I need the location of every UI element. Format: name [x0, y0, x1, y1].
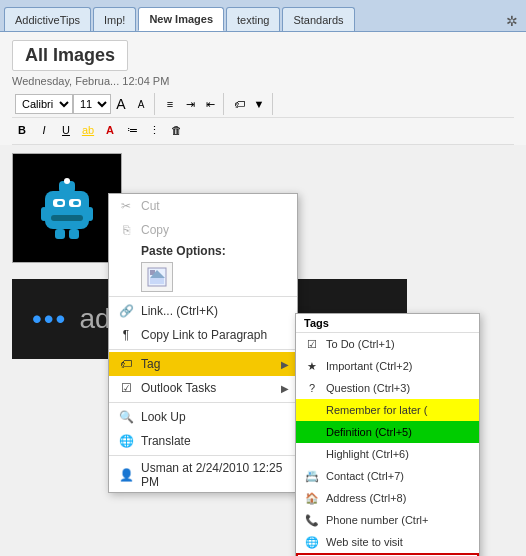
copy-icon: ⎘: [117, 221, 135, 239]
svg-rect-14: [150, 278, 164, 284]
todo-tag-item[interactable]: ☑ To Do (Ctrl+1): [296, 333, 479, 355]
svg-rect-9: [87, 207, 93, 221]
important-icon: ★: [304, 358, 320, 374]
svg-rect-8: [41, 207, 47, 221]
translate-menu-item[interactable]: 🌐 Translate: [109, 429, 297, 453]
toolbar-row1: Calibri 11 A A ≡ ⇥ ⇤ 🏷 ▼: [12, 91, 514, 118]
logo-dots: •••: [32, 303, 67, 335]
question-icon: ?: [304, 380, 320, 396]
tag-menu-icon: 🏷: [117, 355, 135, 373]
address-tag-item[interactable]: 🏠 Address (Ctrl+8): [296, 487, 479, 509]
svg-rect-3: [57, 201, 63, 205]
tab-texting[interactable]: texting: [226, 7, 280, 31]
robot-icon: [37, 173, 97, 243]
definition-tag-item[interactable]: Definition (Ctrl+5): [296, 421, 479, 443]
toolbar-row2: B I U ab A ≔ ⋮ 🗑: [12, 118, 514, 145]
align-list-btn[interactable]: ≡: [160, 94, 180, 114]
tab-new-images[interactable]: New Images: [138, 7, 224, 31]
svg-rect-4: [73, 201, 79, 205]
tab-standards[interactable]: Standards: [282, 7, 354, 31]
font-grow-btn[interactable]: A: [111, 94, 131, 114]
top-section: All Images Wednesday, Februa... 12:04 PM…: [0, 32, 526, 145]
contact-tag-item[interactable]: 📇 Contact (Ctrl+7): [296, 465, 479, 487]
clear-format-btn[interactable]: 🗑: [166, 120, 186, 140]
font-color-btn[interactable]: A: [100, 120, 120, 140]
highlight-color-btn[interactable]: ab: [78, 120, 98, 140]
separator-3: [109, 402, 297, 403]
svg-rect-10: [55, 229, 65, 239]
context-menu: ✂ Cut ⎘ Copy Paste Options: 🔗: [108, 193, 298, 493]
separator-1: [109, 296, 297, 297]
robot-image-panel: [12, 153, 122, 263]
cut-icon: ✂: [117, 197, 135, 215]
website-icon: 🌐: [304, 534, 320, 550]
svg-rect-0: [45, 191, 89, 229]
copy-menu-item[interactable]: ⎘ Copy: [109, 218, 297, 242]
separator-4: [109, 455, 297, 456]
more-btn[interactable]: ▼: [249, 94, 269, 114]
tag-menu-item[interactable]: 🏷 Tag ▶: [109, 352, 297, 376]
tab-addictive-tips[interactable]: AddictiveTips: [4, 7, 91, 31]
submenu-arrow: ▶: [281, 359, 289, 370]
tab-scroll-icon[interactable]: ✲: [502, 11, 522, 31]
todo-icon: ☑: [304, 336, 320, 352]
look-up-icon: 🔍: [117, 408, 135, 426]
font-group: Calibri 11 A A: [12, 93, 155, 115]
user-icon: 👤: [117, 466, 135, 484]
question-tag-item[interactable]: ? Question (Ctrl+3): [296, 377, 479, 399]
phone-tag-item[interactable]: 📞 Phone number (Ctrl+: [296, 509, 479, 531]
date-time: Wednesday, Februa... 12:04 PM: [12, 75, 514, 87]
underline-btn[interactable]: U: [56, 120, 76, 140]
highlight-tag-item[interactable]: Highlight (Ctrl+6): [296, 443, 479, 465]
address-icon: 🏠: [304, 490, 320, 506]
tab-bar: AddictiveTips Imp! New Images texting St…: [0, 0, 526, 32]
page-title: All Images: [12, 40, 128, 71]
separator-2: [109, 349, 297, 350]
outlook-arrow: ▶: [281, 383, 289, 394]
tag-flag-btn[interactable]: 🏷: [229, 94, 249, 114]
phone-icon: 📞: [304, 512, 320, 528]
indent-btn[interactable]: ⇥: [180, 94, 200, 114]
font-select[interactable]: Calibri: [15, 94, 73, 114]
outlook-tasks-menu-item[interactable]: ☑ Outlook Tasks ▶: [109, 376, 297, 400]
important-tag-item[interactable]: ★ Important (Ctrl+2): [296, 355, 479, 377]
svg-rect-5: [51, 215, 83, 221]
svg-rect-11: [69, 229, 79, 239]
size-select[interactable]: 11: [73, 94, 111, 114]
highlight-icon: [304, 446, 320, 462]
font-shrink-btn[interactable]: A: [131, 94, 151, 114]
bold-btn[interactable]: B: [12, 120, 32, 140]
link-menu-item[interactable]: 🔗 Link... (Ctrl+K): [109, 299, 297, 323]
website-tag-item[interactable]: 🌐 Web site to visit: [296, 531, 479, 553]
usman-menu-item[interactable]: 👤 Usman at 2/24/2010 12:25 PM: [109, 458, 297, 492]
ordered-list-btn[interactable]: ⋮: [144, 120, 164, 140]
definition-icon: [304, 424, 320, 440]
translate-icon: 🌐: [117, 432, 135, 450]
remember-icon: [304, 402, 320, 418]
link-icon: 🔗: [117, 302, 135, 320]
align-group: ≡ ⇥ ⇤: [157, 93, 224, 115]
tab-imp[interactable]: Imp!: [93, 7, 136, 31]
paste-image-icon: [147, 267, 167, 287]
paste-image-btn[interactable]: [141, 262, 173, 292]
tags-submenu: Tags ☑ To Do (Ctrl+1) ★ Important (Ctrl+…: [295, 313, 480, 556]
list-btn[interactable]: ≔: [122, 120, 142, 140]
italic-btn[interactable]: I: [34, 120, 54, 140]
paste-options-label: Paste Options:: [109, 242, 297, 260]
content-body: ✂ Cut ⎘ Copy Paste Options: 🔗: [0, 145, 526, 271]
remember-tag-item[interactable]: Remember for later (: [296, 399, 479, 421]
copy-link-menu-item[interactable]: ¶ Copy Link to Paragraph: [109, 323, 297, 347]
copy-link-icon: ¶: [117, 326, 135, 344]
look-up-menu-item[interactable]: 🔍 Look Up: [109, 405, 297, 429]
cut-menu-item[interactable]: ✂ Cut: [109, 194, 297, 218]
color-group: 🏷 ▼: [226, 93, 273, 115]
outdent-btn[interactable]: ⇤: [200, 94, 220, 114]
main-area: All Images Wednesday, Februa... 12:04 PM…: [0, 32, 526, 556]
contact-icon: 📇: [304, 468, 320, 484]
svg-point-7: [64, 178, 70, 184]
submenu-title: Tags: [296, 314, 479, 333]
outlook-icon: ☑: [117, 379, 135, 397]
